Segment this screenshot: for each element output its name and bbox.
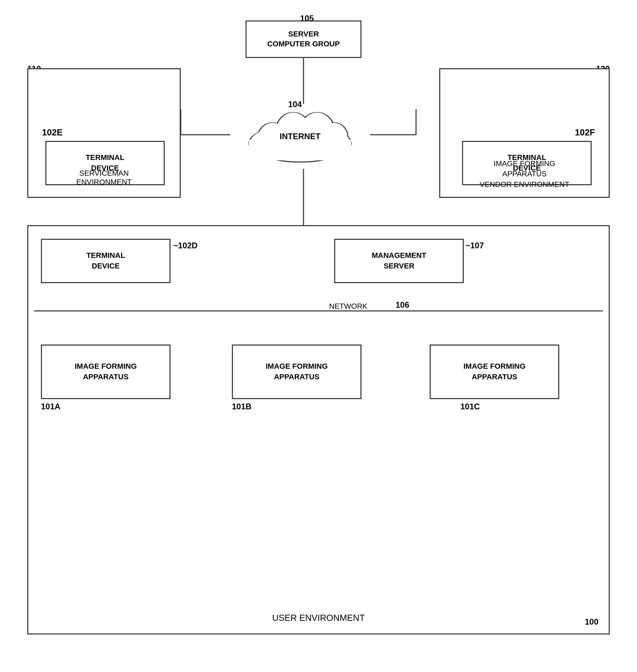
terminal-device-d-box: TERMINAL DEVICE bbox=[41, 239, 171, 283]
diagram-container: 105 SERVER COMPUTER GROUP 104 INTERNET bbox=[20, 14, 617, 655]
image-forming-apparatus-101b-box: IMAGE FORMING APPARATUS bbox=[232, 345, 361, 399]
ref-102e: 102E bbox=[42, 127, 63, 138]
image-forming-apparatus-101c-box: IMAGE FORMING APPARATUS bbox=[430, 345, 559, 399]
ifa-101a-label: IMAGE FORMING APPARATUS bbox=[75, 361, 137, 382]
ref-101a: 101A bbox=[41, 402, 60, 411]
ref-101b: 101B bbox=[232, 402, 251, 411]
image-forming-apparatus-101a-box: IMAGE FORMING APPARATUS bbox=[41, 345, 171, 399]
terminal-device-d-label: TERMINAL DEVICE bbox=[86, 250, 125, 272]
ref-102d: ~102D bbox=[173, 241, 197, 250]
management-server-label: MANAGEMENT SERVER bbox=[372, 250, 426, 272]
ifa-101c-label: IMAGE FORMING APPARATUS bbox=[463, 361, 525, 382]
ref-107: ~107 bbox=[465, 241, 484, 250]
vendor-environment-box: 102F TERMINAL DEVICE IMAGE FORMING APPAR… bbox=[439, 68, 610, 198]
serviceman-env-label: SERVICEMAN ENVIRONMENT bbox=[28, 169, 180, 187]
ifa-101b-label: IMAGE FORMING APPARATUS bbox=[266, 361, 328, 382]
ref-106: 106 bbox=[396, 300, 409, 310]
management-server-box: MANAGEMENT SERVER bbox=[334, 239, 464, 283]
server-computer-group-box: SERVER COMPUTER GROUP bbox=[246, 20, 361, 58]
ref-102f: 102F bbox=[575, 127, 595, 138]
user-env-label: USER ENVIRONMENT bbox=[28, 613, 609, 623]
serviceman-environment-box: 102E TERMINAL DEVICE SERVICEMAN ENVIRONM… bbox=[27, 68, 181, 198]
network-line bbox=[34, 310, 603, 311]
network-label: NETWORK bbox=[329, 302, 367, 311]
server-computer-group-label: SERVER COMPUTER GROUP bbox=[267, 29, 340, 49]
internet-cloud-label: INTERNET bbox=[280, 132, 321, 141]
ref-100: 100 bbox=[585, 617, 598, 627]
ref-101c: 101C bbox=[460, 402, 480, 411]
user-environment-box: USER ENVIRONMENT 100 bbox=[27, 225, 610, 634]
internet-cloud-container: INTERNET bbox=[228, 102, 372, 171]
vendor-env-label: IMAGE FORMING APPARATUS VENDOR ENVIRONME… bbox=[440, 159, 609, 190]
svg-rect-25 bbox=[249, 140, 351, 160]
